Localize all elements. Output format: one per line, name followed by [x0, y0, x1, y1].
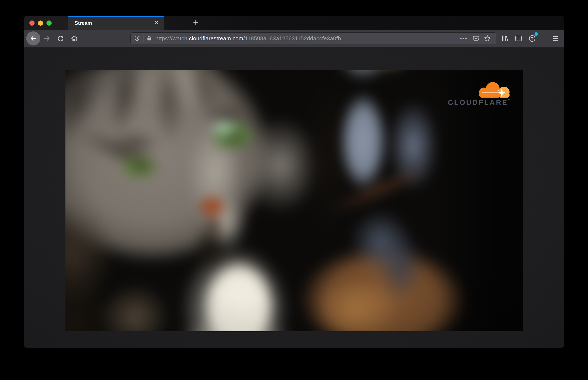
menu-button[interactable] — [551, 34, 560, 43]
reload-icon — [56, 34, 65, 42]
tab-stream[interactable]: Stream ✕ — [68, 16, 164, 30]
zoom-window-button[interactable] — [47, 20, 52, 26]
library-button[interactable] — [500, 34, 510, 43]
minimize-window-button[interactable] — [38, 20, 43, 26]
sidebar-button[interactable] — [514, 34, 523, 43]
back-arrow-icon — [29, 34, 37, 42]
page-content: CLOUDFLARE™ — [24, 48, 564, 348]
url-domain: cloudflarestream.com — [189, 35, 243, 42]
tracking-protection-shield-icon[interactable] — [134, 35, 140, 42]
forward-arrow-icon — [43, 34, 51, 42]
cloudflare-logo: CLOUDFLARE™ — [438, 80, 511, 107]
cloudflare-cloud-icon — [477, 80, 510, 98]
pocket-icon — [472, 35, 480, 42]
save-to-pocket-button[interactable] — [472, 35, 480, 42]
navigation-toolbar: https://watch.cloudflarestream.com/11859… — [24, 30, 564, 47]
home-button[interactable] — [69, 34, 79, 43]
toolbar-divider — [546, 34, 546, 43]
account-icon — [528, 34, 536, 42]
page-actions-icon[interactable]: ••• — [460, 35, 467, 42]
bookmark-button[interactable] — [484, 35, 491, 42]
tab-close-icon[interactable]: ✕ — [152, 16, 161, 30]
toolbar-right-icons — [500, 34, 562, 43]
reload-button[interactable] — [56, 34, 65, 43]
video-player[interactable]: CLOUDFLARE™ — [66, 70, 523, 331]
forward-button[interactable] — [42, 34, 52, 43]
home-icon — [70, 34, 78, 42]
url-text[interactable]: https://watch.cloudflarestream.com/11859… — [156, 35, 458, 42]
browser-window: Stream ✕ + — [24, 16, 564, 348]
back-button[interactable] — [26, 31, 40, 45]
tab-title: Stream — [75, 16, 92, 30]
account-notification-dot — [535, 32, 538, 36]
cloudflare-wordmark: CLOUDFLARE™ — [438, 98, 511, 107]
url-scheme: https://watch. — [156, 35, 189, 42]
video-vignette — [66, 70, 523, 331]
lock-icon[interactable] — [146, 35, 153, 42]
library-icon — [501, 34, 509, 42]
bookmark-star-icon — [484, 35, 491, 42]
url-path: /118598a163a125631152ddaccfe3a0fb — [243, 35, 341, 42]
urlbar-divider — [143, 35, 143, 42]
new-tab-button[interactable]: + — [188, 16, 203, 30]
account-button[interactable] — [527, 34, 537, 43]
hamburger-menu-icon — [552, 34, 560, 42]
close-window-button[interactable] — [29, 20, 35, 26]
traffic-lights — [24, 16, 68, 30]
sidebar-icon — [515, 34, 522, 42]
tab-bar: Stream ✕ + — [24, 16, 564, 30]
url-bar[interactable]: https://watch.cloudflarestream.com/11859… — [130, 33, 496, 44]
